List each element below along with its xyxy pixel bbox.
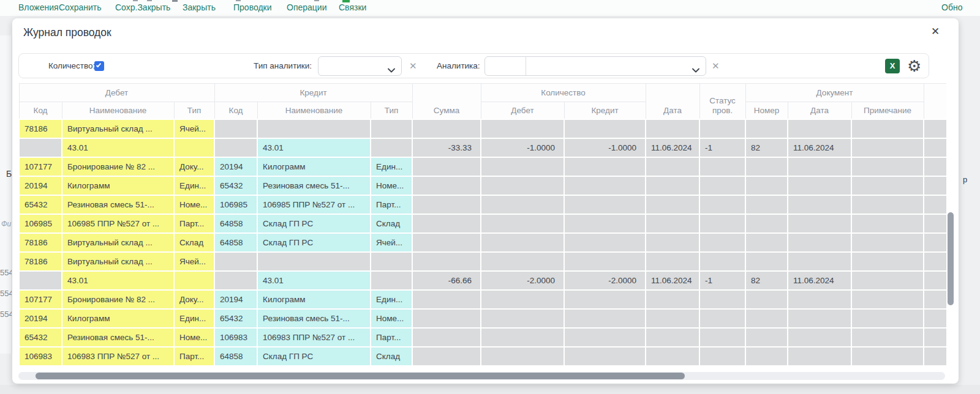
table-cell[interactable] [646, 195, 699, 214]
table-cell[interactable]: 64858 [214, 214, 257, 233]
table-cell[interactable] [371, 138, 412, 157]
table-cell[interactable]: Номе... [371, 176, 412, 195]
header-doc-note[interactable]: Примечание [851, 102, 924, 119]
table-cell[interactable] [699, 176, 745, 195]
table-cell[interactable] [851, 119, 924, 138]
table-cell[interactable]: 11.06.2024 [788, 271, 851, 290]
header-status[interactable]: Статус пров. [699, 84, 745, 119]
table-cell[interactable] [788, 157, 851, 176]
table-row[interactable]: 78186Виртуальный склад ...Склад64858Скла… [19, 233, 948, 252]
header-qty-debit[interactable]: Дебет [481, 102, 564, 119]
table-row[interactable]: 43.0143.01-66.66-2.0000-2.000011.06.2024… [19, 271, 948, 290]
menu-item-attachments[interactable]: Вложения [18, 2, 59, 12]
table-cell[interactable] [851, 195, 924, 214]
vertical-scrollbar-thumb[interactable] [948, 212, 954, 305]
table-cell[interactable] [646, 290, 699, 309]
table-cell[interactable]: -66.66 [412, 271, 481, 290]
header-debit-code[interactable]: Код [19, 102, 62, 119]
table-cell[interactable]: Склад ГП РС [257, 347, 371, 366]
table-cell[interactable] [481, 157, 564, 176]
table-cell[interactable] [851, 347, 924, 366]
table-cell[interactable] [699, 290, 745, 309]
table-cell[interactable] [412, 119, 481, 138]
table-cell[interactable] [646, 328, 699, 347]
table-cell[interactable]: 43.01 [62, 271, 174, 290]
analytics-type-select[interactable] [318, 56, 402, 76]
table-cell[interactable] [481, 328, 564, 347]
table-cell[interactable]: Резиновая смесь 51-... [257, 176, 371, 195]
table-cell[interactable]: Парт... [371, 195, 412, 214]
table-cell[interactable]: 20194 [214, 290, 257, 309]
table-cell[interactable] [174, 271, 214, 290]
table-cell[interactable] [371, 271, 412, 290]
table-cell[interactable]: -1 [699, 138, 745, 157]
table-row[interactable]: 107177Бронирование № 82 ...Доку...20194К… [19, 157, 948, 176]
table-cell[interactable] [174, 138, 214, 157]
table-cell[interactable] [788, 347, 851, 366]
table-cell[interactable]: Виртуальный склад ... [62, 252, 174, 271]
table-cell[interactable]: 78186 [19, 252, 62, 271]
table-cell[interactable] [745, 119, 788, 138]
clear-analytics-type-icon[interactable]: ✕ [409, 61, 417, 72]
table-cell[interactable]: Един... [174, 176, 214, 195]
table-cell[interactable] [851, 328, 924, 347]
excel-export-icon[interactable]: X [885, 59, 900, 73]
table-cell[interactable] [851, 271, 924, 290]
header-group-credit[interactable]: Кредит [214, 84, 412, 102]
table-cell[interactable]: 43.01 [62, 138, 174, 157]
table-cell[interactable]: 64858 [214, 233, 257, 252]
table-cell[interactable] [646, 176, 699, 195]
table-cell[interactable]: Един... [174, 309, 214, 328]
table-cell[interactable]: 65432 [214, 176, 257, 195]
table-cell[interactable]: Номе... [174, 328, 214, 347]
table-cell[interactable] [371, 252, 412, 271]
table-cell[interactable] [745, 233, 788, 252]
header-sum[interactable]: Сумма [412, 84, 481, 119]
table-row[interactable]: 20194КилограммЕдин...65432Резиновая смес… [19, 309, 948, 328]
table-cell[interactable] [481, 252, 564, 271]
table-cell[interactable]: 64858 [214, 347, 257, 366]
table-cell[interactable] [788, 233, 851, 252]
table-cell[interactable]: Ячей... [174, 119, 214, 138]
table-row[interactable]: 78186Виртуальный склад ...Ячей... [19, 252, 948, 271]
table-cell[interactable]: Виртуальный склад ... [62, 233, 174, 252]
horizontal-scrollbar[interactable] [18, 372, 945, 380]
table-cell[interactable]: Парт... [174, 347, 214, 366]
table-cell[interactable] [564, 233, 646, 252]
table-cell[interactable] [564, 328, 646, 347]
table-cell[interactable]: 11.06.2024 [646, 271, 699, 290]
table-cell[interactable]: Склад [371, 347, 412, 366]
analytics-select[interactable] [484, 56, 706, 76]
table-cell[interactable]: Бронирование № 82 ... [62, 290, 174, 309]
table-cell[interactable]: Парт... [371, 328, 412, 347]
table-cell[interactable]: Резиновая смесь 51-... [257, 309, 371, 328]
table-cell[interactable] [788, 309, 851, 328]
table-row[interactable]: 20194КилограммЕдин...65432Резиновая смес… [19, 176, 948, 195]
table-cell[interactable] [481, 233, 564, 252]
table-cell[interactable]: 43.01 [257, 271, 371, 290]
table-row[interactable]: 43.0143.01-33.33-1.0000-1.000011.06.2024… [19, 138, 948, 157]
table-cell[interactable]: Склад ГП РС [257, 214, 371, 233]
table-row[interactable]: 106985106985 ППР №527 от ...Парт...64858… [19, 214, 948, 233]
table-cell[interactable]: 106983 [19, 347, 62, 366]
table-cell[interactable]: 106985 [19, 214, 62, 233]
table-cell[interactable]: 11.06.2024 [788, 138, 851, 157]
table-cell[interactable]: 20194 [19, 176, 62, 195]
table-cell[interactable] [646, 119, 699, 138]
table-cell[interactable] [214, 138, 257, 157]
table-cell[interactable] [412, 176, 481, 195]
table-cell[interactable] [257, 252, 371, 271]
table-cell[interactable]: 65432 [19, 195, 62, 214]
header-group-document[interactable]: Документ [745, 84, 924, 102]
header-doc-date[interactable]: Дата [788, 102, 851, 119]
table-cell[interactable] [564, 252, 646, 271]
table-cell[interactable]: Един... [371, 157, 412, 176]
header-credit-name[interactable]: Наименование [257, 102, 371, 119]
table-cell[interactable]: Килограмм [62, 309, 174, 328]
table-cell[interactable]: Един... [371, 290, 412, 309]
table-row[interactable]: 106983106983 ППР №527 от ...Парт...64858… [19, 347, 948, 366]
table-cell[interactable]: 106985 ППР №527 от ... [62, 214, 174, 233]
table-cell[interactable] [851, 138, 924, 157]
table-cell[interactable] [646, 214, 699, 233]
table-cell[interactable] [214, 252, 257, 271]
